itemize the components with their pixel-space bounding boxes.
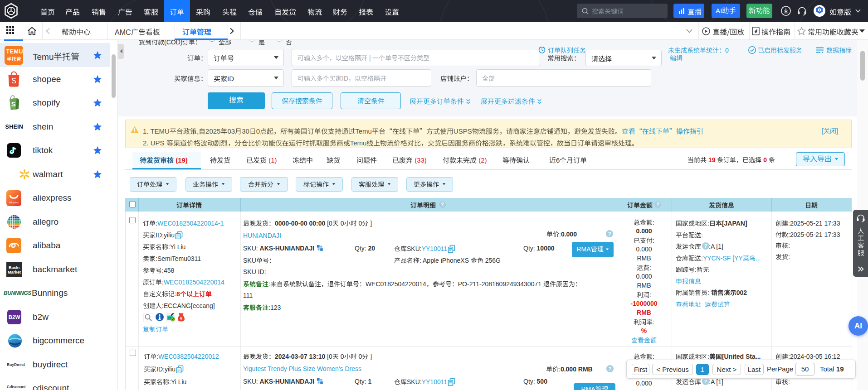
svg-text:S: S — [11, 77, 16, 85]
svg-text:AliExpress: AliExpress — [9, 202, 19, 204]
svg-text:?: ? — [608, 366, 611, 371]
svg-text:S: S — [180, 317, 182, 321]
svg-text:?: ? — [704, 379, 707, 384]
svg-text:?: ? — [608, 231, 611, 236]
svg-text:?: ? — [441, 202, 444, 207]
svg-text:?: ? — [704, 243, 707, 249]
svg-text:?: ? — [656, 202, 659, 207]
svg-text:S: S — [11, 101, 16, 108]
